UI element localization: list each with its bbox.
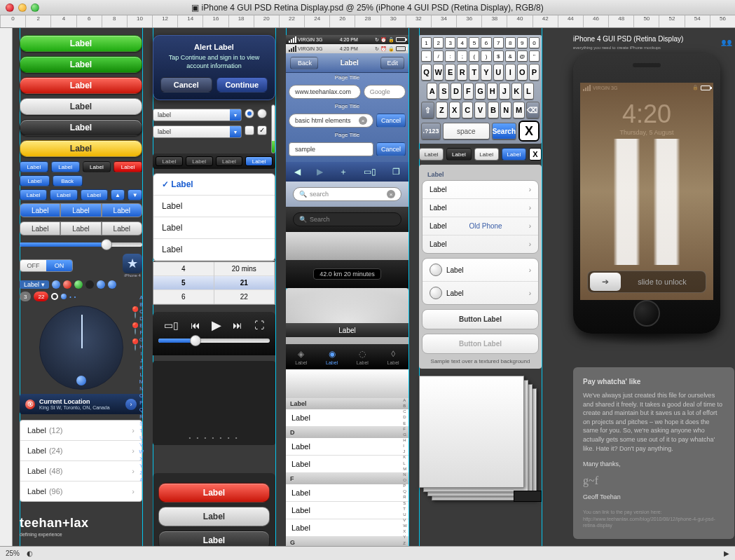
small-button[interactable]: Label [50, 189, 77, 200]
table-row[interactable]: LabelOld Phone› [423, 217, 538, 235]
key[interactable]: P [529, 64, 540, 81]
segment[interactable]: Label [102, 221, 142, 235]
tab-item[interactable]: ◈Label [286, 344, 317, 369]
alert-cancel-button[interactable]: Cancel [160, 77, 212, 93]
page-control-preview[interactable] [153, 361, 275, 445]
back-button[interactable]: Back [53, 175, 83, 186]
prev-track-icon[interactable]: ⏮ [191, 320, 200, 331]
small-button[interactable]: Label [20, 189, 47, 200]
key[interactable]: N [500, 102, 511, 118]
small-button[interactable]: Label [20, 161, 48, 172]
alpha-index[interactable]: ABCDEFGHIJKLMNOPQRSTUVWXYZ# [139, 294, 144, 484]
key[interactable]: C [462, 102, 473, 118]
checkbox-off[interactable] [245, 125, 254, 135]
list-row[interactable]: Label(12)› [20, 421, 142, 441]
table-row[interactable]: Label› [423, 199, 538, 217]
grouped-button[interactable]: Button Label [422, 309, 539, 329]
compass-dial[interactable] [39, 306, 123, 390]
back-icon[interactable]: ◀ [294, 167, 301, 177]
key[interactable]: Z [436, 102, 447, 118]
picker-row-selected[interactable]: Label [153, 174, 275, 196]
dark-tab[interactable]: Label [156, 156, 183, 166]
add-icon[interactable] [74, 280, 83, 289]
exposure-icon[interactable]: ◐ [27, 549, 33, 557]
small-button[interactable]: Label [114, 161, 142, 172]
small-button[interactable]: Label [20, 175, 50, 186]
segment[interactable]: Label [20, 221, 60, 235]
dropdown[interactable]: label [153, 109, 242, 121]
segment[interactable]: Label [60, 221, 101, 235]
lock-screen[interactable]: VIRGIN 3G 🔒 4:20 Thursday, 5 August ➔ sl… [580, 83, 713, 300]
key[interactable]: V [474, 102, 486, 118]
text-field[interactable]: sample [289, 142, 373, 156]
key[interactable]: E [445, 64, 455, 81]
backspace-key[interactable]: ⌫ [526, 102, 540, 118]
key[interactable]: T [469, 64, 479, 81]
segment[interactable]: Label [60, 203, 101, 217]
slide-to-unlock[interactable]: ➔ slide to unlock [587, 271, 706, 293]
key[interactable]: B [488, 102, 499, 118]
pill-button-red[interactable]: Label [20, 77, 142, 94]
standard-button[interactable]: Label [158, 507, 270, 526]
next-track-icon[interactable]: ⏭ [233, 320, 242, 331]
shift-key[interactable]: ⇧ [421, 102, 434, 118]
bookmarks-icon[interactable]: ▭▯ [364, 167, 376, 177]
pill-button-green-alt[interactable]: Label [20, 56, 142, 73]
key[interactable]: M [513, 102, 524, 118]
search-field-dark[interactable]: 🔍 Search [293, 212, 401, 226]
play-icon[interactable]: ▶ [212, 317, 221, 333]
nav-edit-button[interactable]: Edit [380, 57, 404, 69]
fullscreen-icon[interactable]: ⛶ [254, 320, 264, 331]
chip[interactable]: Label [446, 148, 471, 161]
search-field[interactable]: 🔍 search× [293, 187, 401, 201]
disclosure-icon[interactable]: › [125, 399, 137, 410]
mode-key[interactable]: .?123 [421, 123, 441, 139]
text-field[interactable]: basic html elements× [289, 114, 373, 128]
location-icon[interactable] [97, 280, 105, 289]
key[interactable]: Q [421, 64, 432, 81]
slider[interactable] [20, 243, 142, 247]
cancel-button[interactable]: Cancel [376, 114, 406, 128]
list-row[interactable]: Label(96)› [20, 482, 142, 501]
chip[interactable]: Label [419, 148, 444, 161]
indexed-list[interactable]: Label Label D Label Label F Label Label … [286, 397, 408, 546]
pill-button-dark[interactable]: Label [20, 119, 142, 136]
forward-icon[interactable]: ▶ [317, 167, 323, 177]
pill-button-green[interactable]: Label [20, 35, 142, 52]
dot-icon[interactable] [85, 280, 94, 289]
key[interactable]: L [523, 83, 534, 100]
radio-on[interactable] [245, 109, 254, 118]
segment[interactable]: Label [20, 203, 60, 217]
destructive-button[interactable]: Label [158, 483, 270, 503]
ruler-vertical[interactable] [0, 28, 13, 546]
pill-button-yellow[interactable]: Label [20, 140, 142, 157]
dark-button[interactable]: Label [158, 531, 270, 546]
key[interactable]: S [439, 83, 449, 100]
pages-icon[interactable]: ❐ [392, 167, 400, 177]
key[interactable]: U [493, 64, 504, 81]
up-button[interactable]: ▲ [111, 189, 125, 200]
cancel-button[interactable]: Cancel [376, 142, 406, 156]
table-row[interactable]: Label› [423, 259, 538, 282]
small-button[interactable]: Label [81, 189, 108, 200]
small-button[interactable]: Label [51, 161, 80, 172]
close-x-button[interactable]: X [529, 148, 542, 161]
dark-tab[interactable]: Label [186, 156, 213, 166]
action-sheet[interactable]: Label [286, 288, 408, 344]
location-banner[interactable]: ⦿ Current Location King St W, Toronto, O… [20, 394, 142, 414]
table-row[interactable]: Label› [423, 181, 538, 199]
picker-wheel[interactable]: Label Label Label Label [153, 173, 275, 261]
list-row[interactable]: Label(48)› [20, 461, 142, 482]
card-link[interactable]: http://www.teehanlax.com/blog/2010/08/12… [583, 516, 724, 530]
clear-icon[interactable]: × [359, 116, 367, 125]
key[interactable]: D [451, 83, 461, 100]
ruler-horizontal[interactable]: 0246810121416182022242628303234363840424… [0, 15, 735, 28]
search-key[interactable]: Search [492, 123, 516, 139]
clear-icon[interactable]: × [387, 190, 395, 198]
key[interactable]: Y [481, 64, 491, 81]
list-row[interactable]: Label(24)› [20, 441, 142, 461]
key[interactable]: J [499, 83, 509, 100]
picker-row[interactable]: Label [153, 196, 275, 217]
key[interactable]: K [511, 83, 522, 100]
nav-back-button[interactable]: Back [290, 57, 318, 69]
